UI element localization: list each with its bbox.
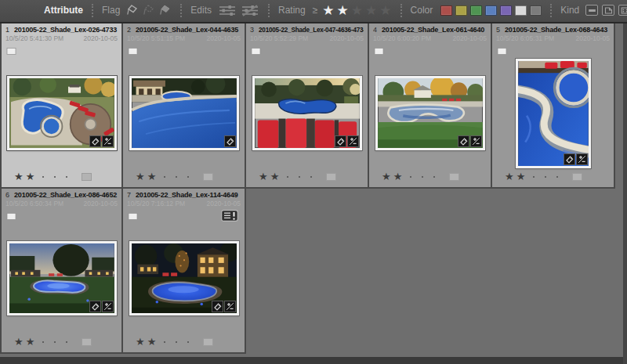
keywords-badge-icon[interactable] (458, 135, 469, 147)
photo-cell-footer: ★★ (136, 171, 238, 182)
rating-dot-5[interactable] (66, 341, 67, 343)
rating-filter-star-2[interactable]: ★ (337, 4, 349, 17)
color-swatch-green[interactable] (470, 5, 482, 16)
rating-dot-4[interactable] (176, 176, 177, 178)
rating-star-2[interactable]: ★ (393, 171, 403, 182)
virtual-copies-icon[interactable] (602, 5, 614, 16)
photo-cell-footer: ★★ (382, 171, 484, 182)
photo-thumbnail[interactable] (375, 76, 485, 150)
rating-dot-3[interactable] (287, 176, 288, 178)
rating-dot-4[interactable] (54, 176, 56, 178)
photo-cell-3[interactable]: 3 201005-22_Shade_Lex-047-4636-4734 10/5… (246, 23, 369, 189)
rejected-icon[interactable] (159, 4, 172, 16)
rating-star-2[interactable]: ★ (147, 171, 157, 182)
adjustments-badge-icon[interactable] (347, 135, 359, 147)
rating-star-1[interactable]: ★ (259, 171, 268, 182)
rating-dot-3[interactable] (42, 176, 44, 178)
flagged-icon[interactable] (126, 4, 139, 16)
adjustments-badge-icon[interactable] (224, 301, 236, 312)
rating-star-2[interactable]: ★ (26, 337, 35, 347)
rating-dot-5[interactable] (187, 341, 189, 343)
rating-filter-star-5[interactable]: ★ (379, 4, 391, 17)
color-label-swatch[interactable] (572, 173, 582, 181)
keywords-badge-icon[interactable] (89, 301, 101, 312)
color-label-swatch[interactable] (82, 173, 92, 181)
keywords-badge-icon[interactable] (224, 135, 236, 147)
photo-thumbnail[interactable] (129, 241, 239, 315)
photo-cell-2[interactable]: 2 201005-22_Shade_Lex-044-4635 10/5/20 5… (123, 23, 246, 189)
videos-icon[interactable] (618, 5, 627, 16)
keywords-badge-icon[interactable] (335, 135, 346, 147)
rating-dot-4[interactable] (176, 341, 177, 343)
color-label-swatch[interactable] (326, 173, 336, 181)
rating-dot-5[interactable] (556, 176, 558, 178)
rating-filter-star-4[interactable]: ★ (365, 4, 377, 17)
rating-star-1[interactable]: ★ (136, 171, 145, 182)
rating-star-1[interactable]: ★ (505, 171, 514, 182)
rating-star-2[interactable]: ★ (26, 171, 35, 182)
photo-cell-7[interactable]: 7 201005-22_Shade_Lex-114-4649 10/5/20 7… (123, 189, 246, 354)
color-swatch-blue[interactable] (485, 5, 497, 16)
rating-dot-5[interactable] (433, 176, 435, 178)
keywords-badge-icon[interactable] (89, 135, 101, 147)
unflagged-icon[interactable] (143, 4, 155, 16)
rating-star-1[interactable]: ★ (136, 337, 145, 347)
color-label-swatch[interactable] (203, 338, 213, 346)
edited-icon[interactable] (218, 4, 237, 17)
color-label-swatch[interactable] (82, 338, 92, 346)
photo-thumbnail[interactable] (7, 241, 117, 315)
thumbnail-zone (123, 58, 245, 168)
unedited-icon[interactable] (241, 4, 259, 17)
rating-dot-4[interactable] (299, 176, 300, 178)
rating-star-1[interactable]: ★ (14, 171, 24, 182)
rating-dot-5[interactable] (66, 176, 67, 178)
keywords-badge-icon[interactable] (212, 301, 223, 312)
photo-cell-4[interactable]: 4 201005-22_Shade_Lex-061-4640 10/5/20 6… (369, 23, 492, 189)
rating-filter-star-1[interactable]: ★ (322, 4, 334, 17)
rating-star-1[interactable]: ★ (14, 337, 24, 347)
rating-star-1[interactable]: ★ (382, 171, 391, 182)
photo-filename: 201005-22_Shade_Lex-061-4640 (382, 26, 484, 34)
photo-index: 6 (5, 191, 9, 199)
photo-cell-1[interactable]: 1 201005-22_Shade_Lex-026-4733 10/5/20 5… (0, 23, 123, 189)
rating-star-2[interactable]: ★ (147, 337, 157, 347)
photo-cell-5[interactable]: 5 201005-22_Shade_Lex-068-4643 10/5/20 6… (492, 23, 615, 189)
rating-dot-3[interactable] (533, 176, 535, 178)
rating-dot-3[interactable] (410, 176, 411, 178)
rating-dot-3[interactable] (164, 176, 165, 178)
photo-thumbnail[interactable] (7, 76, 117, 150)
rating-dot-4[interactable] (545, 176, 546, 178)
capture-date: 2020-10-05 (330, 34, 364, 42)
rating-dot-5[interactable] (187, 176, 189, 178)
color-swatch-white[interactable] (515, 5, 527, 16)
color-label-swatch[interactable] (449, 173, 459, 181)
adjustments-badge-icon[interactable] (576, 153, 588, 165)
filter-tab-attribute[interactable]: Attribute (44, 5, 83, 16)
rating-dot-4[interactable] (54, 341, 56, 343)
rating-star-2[interactable]: ★ (270, 171, 280, 182)
rating-dot-3[interactable] (164, 341, 165, 343)
color-swatch-yellow[interactable] (455, 5, 467, 16)
photo-filename: 201005-22_Shade_Lex-047-4636-4734 (259, 26, 364, 34)
photo-cell-6[interactable]: 6 201005-22_Shade_Lex-086-4652 10/5/20 6… (0, 189, 123, 354)
photo-index: 4 (373, 26, 377, 34)
keywords-badge-icon[interactable] (564, 153, 575, 165)
color-swatch-gray[interactable] (530, 5, 542, 16)
rating-dot-5[interactable] (310, 176, 312, 178)
photo-thumbnail[interactable] (516, 59, 591, 168)
adjustments-badge-icon[interactable] (102, 135, 114, 147)
thumbnail-badges (89, 301, 114, 312)
rating-dot-3[interactable] (42, 341, 44, 343)
rating-dot-4[interactable] (422, 176, 423, 178)
photo-thumbnail[interactable] (252, 76, 362, 150)
master-photos-icon[interactable] (585, 5, 598, 16)
rating-operator[interactable]: ≥ (313, 5, 318, 16)
color-label-swatch[interactable] (203, 173, 213, 181)
rating-star-2[interactable]: ★ (516, 171, 526, 182)
rating-filter-star-3[interactable]: ★ (351, 4, 363, 17)
photo-thumbnail[interactable] (129, 76, 239, 150)
color-swatch-purple[interactable] (500, 5, 512, 16)
adjustments-badge-icon[interactable] (470, 135, 482, 147)
color-swatch-red[interactable] (440, 5, 452, 16)
adjustments-badge-icon[interactable] (102, 301, 114, 312)
